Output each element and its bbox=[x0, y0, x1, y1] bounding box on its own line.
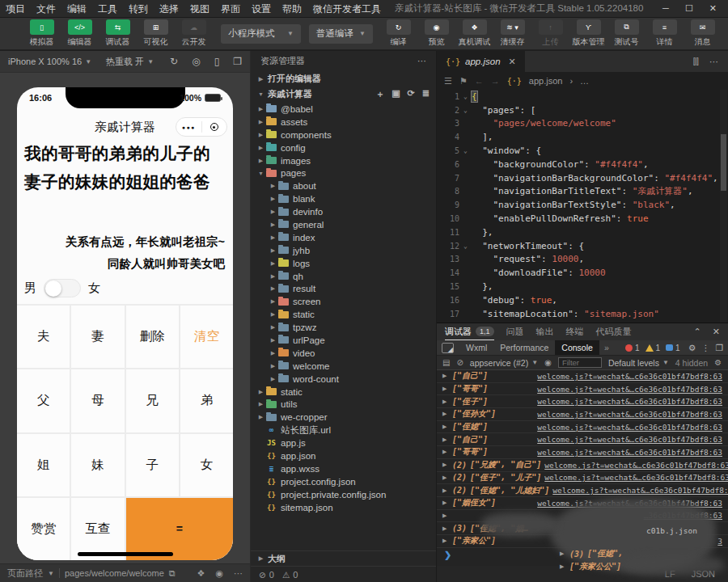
code-line[interactable]: 3 "pages/welcome/welcome" bbox=[437, 117, 720, 131]
expand-icon[interactable]: ▶ bbox=[442, 462, 449, 468]
keypad-button[interactable]: 兄 bbox=[126, 369, 179, 432]
menu-item[interactable]: 帮助 bbox=[277, 0, 307, 18]
rotate-icon[interactable]: ↻ bbox=[170, 56, 178, 67]
collapse-panel-icon[interactable]: ⌃ bbox=[694, 327, 701, 337]
tree-row-folder[interactable]: ▶devinfo bbox=[251, 205, 436, 218]
gear-icon[interactable]: ⚙ bbox=[714, 358, 722, 367]
keypad-button[interactable]: 妹 bbox=[71, 434, 124, 496]
tree-row-folder[interactable]: ▶utils bbox=[251, 398, 436, 411]
cloud-button[interactable]: ☁云开发 bbox=[175, 19, 213, 48]
keypad-button[interactable]: 子 bbox=[126, 434, 179, 496]
menu-item[interactable]: 设置 bbox=[246, 0, 277, 18]
test-account-button[interactable]: ⧉测试号 bbox=[607, 19, 645, 48]
project-root-row[interactable]: ▼ 亲戚计算器 ＋ ▣ ⟳ ≣ bbox=[251, 86, 436, 102]
keypad-button[interactable]: 清空 bbox=[180, 306, 233, 368]
tree-row-folder[interactable]: ▶components bbox=[251, 129, 436, 141]
more-icon[interactable]: ⋯ bbox=[417, 56, 426, 66]
tree-row-folder[interactable]: ▶jyhb bbox=[251, 244, 436, 257]
source-link[interactable]: welcome.js?t=wechat&…c6e36c01bf47bdf8:63 bbox=[537, 435, 722, 444]
tree-row-folder[interactable]: ▶logs bbox=[251, 257, 436, 270]
clear-cache-button[interactable]: ≋ ▾清缓存 bbox=[493, 19, 531, 48]
tree-row-folder[interactable]: ▶static bbox=[251, 386, 436, 399]
keypad-button[interactable]: 夫 bbox=[17, 306, 70, 368]
tree-row-folder[interactable]: ▼pages bbox=[251, 167, 436, 179]
message-button[interactable]: ✉消息 bbox=[684, 19, 722, 48]
tree-row-file[interactable]: {}app.json bbox=[251, 449, 436, 462]
console-row[interactable]: ▶["自己"]welcome.js?t=wechat&…c6e36c01bf47… bbox=[437, 433, 728, 446]
tree-row-folder[interactable]: ▶tpzwz bbox=[251, 321, 436, 334]
tree-row-folder[interactable]: ▶general bbox=[251, 218, 436, 231]
page-path-label[interactable]: 页面路径 bbox=[7, 567, 43, 580]
code-line[interactable]: 11 }, bbox=[437, 226, 720, 239]
record-icon[interactable]: ◎ bbox=[192, 56, 200, 67]
expand-icon[interactable]: ▶ bbox=[442, 436, 449, 443]
eye-icon[interactable]: ◉ bbox=[544, 358, 552, 367]
debugger-tab[interactable]: 调试器1,1 bbox=[445, 323, 494, 340]
tree-row-file[interactable]: ∞站长图库.url bbox=[251, 424, 436, 436]
keypad-button[interactable]: = bbox=[126, 498, 234, 560]
console-row[interactable]: ▶(2)["侄媳", "儿媳妇"]welcome.js?t=wechat&…c6… bbox=[437, 484, 728, 497]
error-count[interactable]: 1 bbox=[625, 344, 640, 352]
source-link[interactable]: welcome.js?t=wechat&…c6e36c01bf47bdf8:63 bbox=[552, 486, 728, 495]
device-debug-button[interactable]: ❖真机调试 bbox=[455, 19, 493, 48]
expand-icon[interactable]: ▶ bbox=[442, 474, 449, 481]
keypad-button[interactable]: 女 bbox=[180, 434, 233, 496]
debugger-button[interactable]: ⇆调试器 bbox=[99, 19, 137, 48]
keypad-button[interactable]: 父 bbox=[17, 369, 70, 432]
close-miniprogram-icon[interactable] bbox=[202, 123, 227, 131]
source-link[interactable]: welcome.js?t=wechat&…c6e36c01bf47bdf8:63 bbox=[544, 461, 728, 470]
source-link[interactable]: welcome.js?t=wechat&…c6e36c01bf47bdf8:63 bbox=[544, 473, 728, 482]
tree-row-folder[interactable]: ▶images bbox=[251, 154, 436, 167]
tree-row-file[interactable]: {}project.private.config.json bbox=[251, 488, 436, 501]
console-row[interactable]: ▶["侄子"]welcome.js?t=wechat&…c6e36c01bf47… bbox=[437, 395, 728, 408]
tree-row-folder[interactable]: ▶video bbox=[251, 347, 436, 360]
expand-icon[interactable]: ▶ bbox=[442, 449, 449, 455]
editor-scrollbar[interactable] bbox=[720, 90, 727, 323]
code-line[interactable]: 6 "backgroundColor": "#f4f4f4", bbox=[437, 158, 720, 171]
menu-item[interactable]: 项目 bbox=[0, 0, 31, 18]
dock-icon[interactable]: ❐ bbox=[716, 343, 723, 352]
code-line[interactable]: 14 "downloadFile": 10000 bbox=[437, 266, 720, 280]
code-line[interactable]: 13 "request": 10000, bbox=[437, 253, 720, 267]
split-editor-icon[interactable]: ⫿⫿ bbox=[693, 57, 699, 67]
gear-icon[interactable]: ⚙ bbox=[688, 343, 696, 352]
console-row[interactable]: ▶(2)["兄嫂", "自己"]welcome.js?t=wechat&…c6e… bbox=[437, 459, 728, 472]
info-count[interactable]: 1 bbox=[666, 344, 680, 352]
source-link[interactable]: welcome.js?t=wechat&…c6e36c01bf47bdf8:63 bbox=[537, 410, 722, 419]
tree-row-folder[interactable]: ▶index bbox=[251, 231, 436, 244]
menu-item[interactable]: 微信开发者工具 bbox=[307, 0, 387, 18]
editor-button[interactable]: </>编辑器 bbox=[61, 19, 99, 48]
tree-row-folder[interactable]: ▶urlPage bbox=[251, 334, 436, 347]
debug-icon[interactable]: ❖ bbox=[197, 568, 205, 579]
more-tabs-icon[interactable]: » bbox=[599, 343, 614, 352]
code-line[interactable]: 15 }, bbox=[437, 280, 720, 293]
console-row[interactable]: ▶["侄孙女"]welcome.js?t=wechat&…c6e36c01bf4… bbox=[437, 408, 728, 421]
code-line[interactable]: 2⌄ "pages": [ bbox=[437, 103, 720, 117]
details-button[interactable]: ≡详情 bbox=[645, 19, 684, 48]
tree-row-folder[interactable]: ▶blank bbox=[251, 192, 436, 205]
code-line[interactable]: 4 ], bbox=[437, 130, 720, 144]
copy-icon[interactable]: ⧉ bbox=[169, 568, 176, 579]
console-row[interactable]: ▶(2)["侄子", "儿子"]welcome.js?t=wechat&…c6e… bbox=[437, 472, 728, 485]
keypad-button[interactable]: 删除 bbox=[126, 306, 179, 368]
refresh-icon[interactable]: ⟳ bbox=[408, 88, 415, 100]
code-line[interactable]: 1⌄{ bbox=[437, 90, 720, 103]
expand-icon[interactable]: ▶ bbox=[442, 538, 449, 544]
log-levels-select[interactable]: Default levels ▼ bbox=[608, 358, 669, 368]
source-link[interactable]: welcome.js?t=wechat&…c6e36c01bf47bdf8:63 bbox=[537, 397, 722, 406]
tree-row-folder[interactable]: ▶welcome bbox=[251, 360, 436, 373]
keypad-button[interactable]: 母 bbox=[71, 369, 124, 432]
code-line[interactable]: 5⌄ "window": { bbox=[437, 144, 720, 158]
mode-select[interactable]: 小程序模式 ▼ bbox=[221, 24, 301, 44]
tree-row-folder[interactable]: ▶assets bbox=[251, 116, 436, 129]
expand-icon[interactable]: ▶ bbox=[442, 373, 449, 379]
debugger-tab[interactable]: 代码质量 bbox=[596, 323, 632, 340]
close-panel-icon[interactable]: ✕ bbox=[713, 327, 720, 337]
preview-button[interactable]: ◉预览 bbox=[417, 19, 455, 48]
menu-item[interactable]: 工具 bbox=[92, 0, 123, 18]
bookmark-icon[interactable]: ⚑ bbox=[459, 76, 468, 86]
visualize-button[interactable]: ⊞可视化 bbox=[137, 19, 175, 48]
compile-mode-select[interactable]: 普通编译 ▼ bbox=[309, 24, 373, 44]
menu-item[interactable]: 视图 bbox=[184, 0, 215, 18]
code-line[interactable]: 7 "navigationBarBackgroundColor": "#f4f4… bbox=[437, 171, 720, 185]
